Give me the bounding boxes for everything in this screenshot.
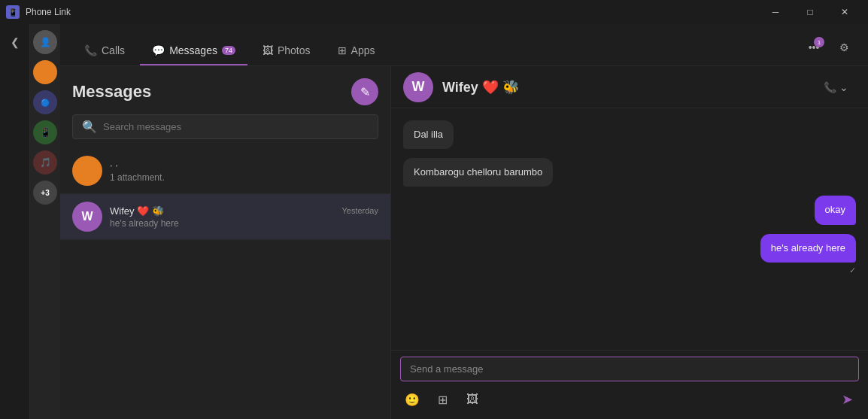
- tab-photos-label: Photos: [278, 44, 311, 56]
- titlebar-title: Phone Link: [26, 7, 71, 17]
- tab-calls[interactable]: 📞 Calls: [72, 38, 137, 65]
- tab-messages-label: Messages: [169, 44, 217, 56]
- messages-icon: 💬: [152, 44, 165, 56]
- app-icon-4[interactable]: 🎵: [33, 150, 57, 175]
- user-icon: 👤: [40, 37, 51, 47]
- tab-apps-label: Apps: [351, 44, 375, 56]
- content-panels: Messages ✎ 🔍 · ·: [60, 66, 868, 419]
- message-input[interactable]: [400, 357, 859, 381]
- main-content: 📞 Calls 💬 Messages 74 🖼 Photos ⊞ Apps: [60, 24, 868, 419]
- app-icons-strip: 👤 🔵 📱 🎵 +3: [30, 24, 60, 419]
- tab-apps[interactable]: ⊞ Apps: [326, 38, 387, 65]
- emoji-icon: 🙂: [405, 393, 420, 407]
- nav-actions: ••• 1 ⚙: [802, 35, 856, 65]
- message-bubble: he's already here: [760, 234, 856, 263]
- avatar: W: [72, 202, 102, 232]
- titlebar: 📱 Phone Link ─ □ ✕: [0, 0, 868, 24]
- search-input[interactable]: [103, 121, 369, 132]
- conv-preview: he's already here: [110, 218, 378, 229]
- list-item[interactable]: · · 1 attachment.: [60, 148, 390, 194]
- conv-name-row: · ·: [110, 159, 378, 171]
- conv-info: · · 1 attachment.: [110, 159, 378, 183]
- minimize-button[interactable]: ─: [758, 0, 793, 24]
- tab-photos[interactable]: 🖼 Photos: [250, 38, 323, 65]
- search-box[interactable]: 🔍: [72, 114, 378, 139]
- titlebar-controls: ─ □ ✕: [758, 0, 862, 24]
- conv-name: Wifey ❤️ 🐝: [110, 205, 164, 217]
- send-icon: ➤: [842, 391, 853, 408]
- messages-title: Messages: [72, 82, 151, 102]
- back-nav-button[interactable]: ❮: [3, 30, 27, 54]
- sticker-button[interactable]: ⊞: [430, 387, 454, 411]
- chat-panel: W Wifey ❤️ 🐝 📞 ⌄ Dal illa: [391, 66, 868, 419]
- app-icon-more[interactable]: +3: [33, 181, 57, 205]
- chevron-down-icon: ⌄: [839, 81, 848, 93]
- photos-icon: 🖼: [263, 44, 273, 56]
- app-icon-1[interactable]: [33, 60, 57, 84]
- input-toolbar: 🙂 ⊞ 🖼 ➤: [400, 384, 859, 413]
- notif-badge: 1: [814, 37, 824, 47]
- image-button[interactable]: 🖼: [460, 387, 484, 411]
- maximize-button[interactable]: □: [793, 0, 827, 24]
- message-item: okay: [815, 196, 856, 224]
- sticker-icon: ⊞: [438, 393, 448, 407]
- send-button[interactable]: ➤: [835, 387, 859, 411]
- conv-name: · ·: [110, 159, 118, 171]
- chat-avatar-letter: W: [412, 79, 425, 95]
- apps-icon: ⊞: [338, 44, 347, 56]
- more-options-button[interactable]: ••• 1: [802, 35, 826, 59]
- compose-button[interactable]: ✎: [351, 78, 378, 105]
- app-icon-4-label: 🎵: [40, 157, 51, 168]
- top-nav: 📞 Calls 💬 Messages 74 🖼 Photos ⊞ Apps: [60, 24, 868, 66]
- message-bubble: Dal illa: [403, 120, 454, 149]
- message-bubble: okay: [815, 196, 856, 224]
- conv-info: Wifey ❤️ 🐝 Yesterday he's already here: [110, 205, 378, 229]
- messages-header: Messages ✎: [60, 66, 390, 114]
- app-icon-user[interactable]: 👤: [33, 30, 57, 54]
- app-body: ❮ 👤 🔵 📱 🎵 +3 📞 Calls: [0, 24, 868, 419]
- input-area: 🙂 ⊞ 🖼 ➤: [391, 350, 868, 419]
- message-item: he's already here ✓: [760, 234, 856, 275]
- app-icon-3[interactable]: 📱: [33, 120, 57, 144]
- conversation-list: · · 1 attachment. W Wife: [60, 148, 390, 419]
- tab-messages[interactable]: 💬 Messages 74: [140, 38, 247, 65]
- list-item[interactable]: W Wifey ❤️ 🐝 Yesterday he's already here: [60, 194, 390, 240]
- conv-time: Yesterday: [341, 206, 378, 215]
- messages-panel: Messages ✎ 🔍 · ·: [60, 66, 391, 419]
- settings-button[interactable]: ⚙: [832, 35, 856, 59]
- search-icon: 🔍: [82, 120, 97, 134]
- avatar-letter: W: [81, 210, 93, 223]
- emoji-button[interactable]: 🙂: [400, 387, 424, 411]
- chat-avatar: W: [403, 72, 433, 102]
- image-icon: 🖼: [466, 393, 478, 406]
- message-status: ✓: [760, 266, 856, 275]
- app-icon: 📱: [6, 5, 20, 19]
- message-bubble: Kombarogu chelloru barumbo: [403, 158, 553, 187]
- message-item: Dal illa: [403, 120, 454, 149]
- icon-sidebar: ❮: [0, 24, 30, 419]
- chat-contact-name: Wifey ❤️ 🐝: [442, 79, 807, 96]
- messages-badge: 74: [222, 46, 235, 55]
- message-item: Kombarogu chelloru barumbo: [403, 158, 553, 187]
- app-icon-3-label: 📱: [40, 127, 51, 138]
- conv-name-row: Wifey ❤️ 🐝 Yesterday: [110, 205, 378, 217]
- app-icon-2-label: 🔵: [41, 99, 50, 107]
- call-button[interactable]: 📞 ⌄: [816, 77, 856, 98]
- conv-preview: 1 attachment.: [110, 172, 378, 183]
- app-icon-2[interactable]: 🔵: [33, 90, 57, 114]
- nav-tabs: 📞 Calls 💬 Messages 74 🖼 Photos ⊞ Apps: [72, 38, 387, 65]
- more-apps-label: +3: [41, 189, 49, 197]
- compose-icon: ✎: [360, 85, 370, 99]
- chat-header: W Wifey ❤️ 🐝 📞 ⌄: [391, 66, 868, 108]
- messages-area: Dal illa Kombarogu chelloru barumbo okay…: [391, 108, 868, 350]
- close-button[interactable]: ✕: [827, 0, 862, 24]
- avatar: [72, 156, 102, 186]
- titlebar-left: 📱 Phone Link: [6, 5, 71, 19]
- gear-icon: ⚙: [839, 41, 849, 53]
- chat-actions: 📞 ⌄: [816, 77, 856, 98]
- calls-icon: 📞: [84, 44, 97, 56]
- tab-calls-label: Calls: [102, 44, 125, 56]
- call-icon: 📞: [824, 81, 836, 93]
